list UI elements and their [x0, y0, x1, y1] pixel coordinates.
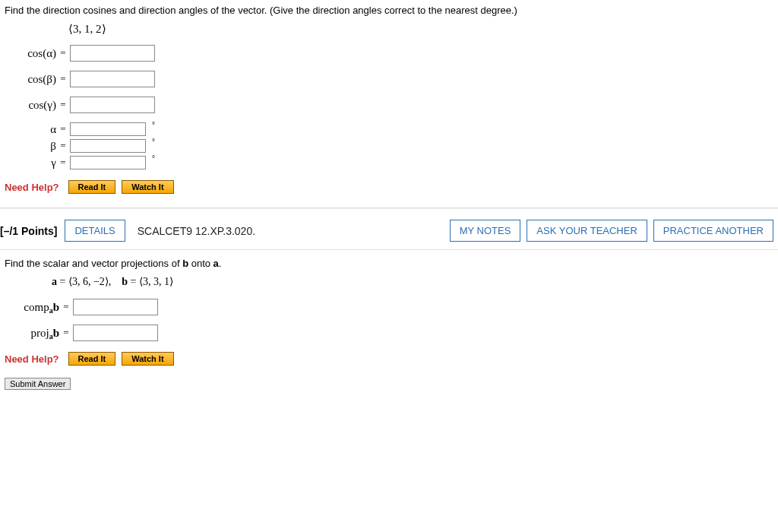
equals-sign: = — [59, 327, 73, 339]
details-button[interactable]: DETAILS — [65, 220, 125, 242]
label-gamma: γ — [5, 157, 56, 169]
submit-row: Submit Answer — [0, 378, 778, 390]
input-comp[interactable] — [73, 299, 158, 315]
input-proj[interactable] — [73, 325, 158, 341]
q2-help-row: Need Help? Read It Watch It — [5, 352, 773, 366]
practice-another-button[interactable]: PRACTICE ANOTHER — [653, 220, 773, 242]
label-beta: β — [5, 140, 56, 153]
question-2: Find the scalar and vector projections o… — [0, 250, 778, 369]
q2-prompt: Find the scalar and vector projections o… — [5, 258, 773, 269]
degree-symbol: ° — [152, 154, 155, 163]
row-beta: β = ° — [5, 139, 773, 153]
row-comp: compab = — [5, 299, 773, 315]
read-it-button[interactable]: Read It — [68, 180, 116, 194]
equals-sign: = — [56, 99, 70, 111]
row-cos-alpha: cos(α) = — [5, 45, 773, 62]
row-cos-gamma: cos(γ) = — [5, 97, 773, 113]
section-ref: SCALCET9 12.XP.3.020. — [138, 225, 255, 237]
watch-it-button[interactable]: Watch It — [122, 180, 173, 194]
input-alpha[interactable] — [70, 122, 146, 136]
q2-vectors: a = ⟨3, 6, −2⟩, b = ⟨3, 3, 1⟩ — [52, 275, 773, 288]
input-cos-gamma[interactable] — [70, 97, 155, 113]
ask-teacher-button[interactable]: ASK YOUR TEACHER — [527, 220, 647, 242]
need-help-label: Need Help? — [5, 353, 59, 365]
q2-header-left: [–/1 Points] DETAILS SCALCET9 12.XP.3.02… — [0, 220, 255, 242]
equals-sign: = — [56, 157, 70, 169]
label-cos-beta: cos(β) — [5, 73, 56, 86]
input-cos-alpha[interactable] — [70, 45, 155, 62]
label-proj: projab — [5, 327, 59, 340]
read-it-button[interactable]: Read It — [68, 352, 116, 366]
question-2-header: [–/1 Points] DETAILS SCALCET9 12.XP.3.02… — [0, 208, 778, 250]
question-1: Find the direction cosines and direction… — [0, 0, 778, 208]
row-alpha: α = ° — [5, 122, 773, 136]
equals-sign: = — [59, 301, 73, 313]
equals-sign: = — [56, 140, 70, 152]
input-gamma[interactable] — [70, 156, 146, 169]
my-notes-button[interactable]: MY NOTES — [450, 220, 521, 242]
label-cos-alpha: cos(α) — [5, 47, 56, 60]
row-cos-beta: cos(β) = — [5, 71, 773, 87]
label-cos-gamma: cos(γ) — [5, 99, 56, 112]
input-beta[interactable] — [70, 139, 146, 153]
label-comp: compab — [5, 301, 59, 314]
q1-help-row: Need Help? Read It Watch It — [5, 180, 773, 194]
equals-sign: = — [56, 123, 70, 135]
row-gamma: γ = ° — [5, 156, 773, 169]
submit-answer-button[interactable]: Submit Answer — [5, 378, 71, 390]
points-label: [–/1 Points] — [0, 225, 57, 237]
label-alpha: α — [5, 123, 56, 136]
input-cos-beta[interactable] — [70, 71, 155, 87]
degree-symbol: ° — [152, 121, 155, 129]
degree-symbol: ° — [152, 138, 155, 146]
row-proj: projab = — [5, 325, 773, 341]
q2-header-right: MY NOTES ASK YOUR TEACHER PRACTICE ANOTH… — [450, 220, 773, 242]
q1-vector: ⟨3, 1, 2⟩ — [68, 22, 773, 36]
equals-sign: = — [56, 73, 70, 85]
equals-sign: = — [56, 47, 70, 59]
watch-it-button[interactable]: Watch It — [122, 352, 173, 366]
q1-prompt: Find the direction cosines and direction… — [5, 5, 773, 16]
need-help-label: Need Help? — [5, 182, 59, 193]
